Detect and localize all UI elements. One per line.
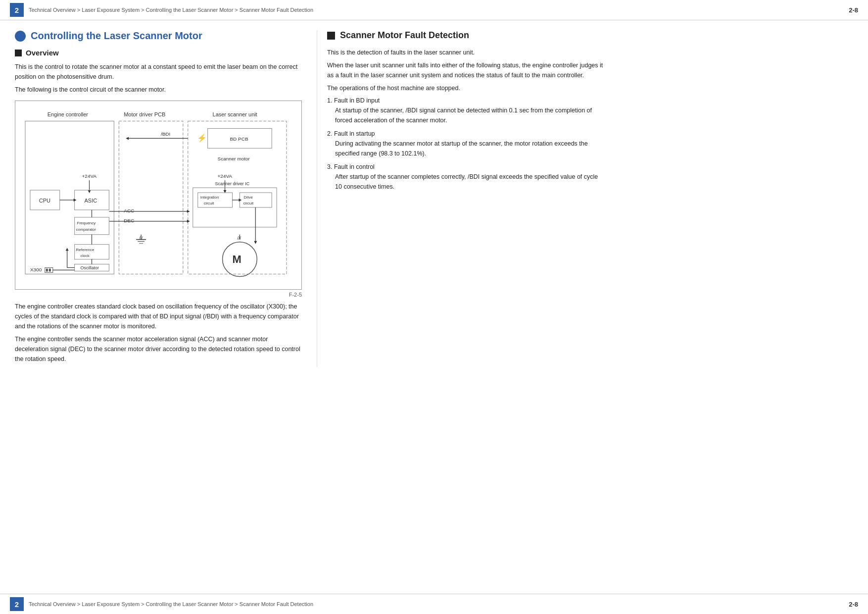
body-text2: The engine controller sends the scanner … <box>15 334 302 364</box>
svg-text:comparator: comparator <box>76 227 96 232</box>
svg-text:+24VA: +24VA <box>82 173 97 179</box>
right-square-icon <box>327 32 335 40</box>
overview-text1: This is the control to rotate the scanne… <box>15 62 302 82</box>
svg-marker-59 <box>239 199 241 202</box>
overview-text2: The following is the control circuit of … <box>15 85 302 95</box>
svg-marker-24 <box>74 199 77 202</box>
svg-text:X300: X300 <box>30 267 42 272</box>
overview-title: Overview <box>15 49 302 57</box>
svg-marker-70 <box>254 241 257 244</box>
svg-marker-49 <box>66 248 69 251</box>
svg-text:Engine controller: Engine controller <box>48 111 89 117</box>
footer-chapter-number: 2 <box>10 597 24 611</box>
svg-text:Scanner motor: Scanner motor <box>218 156 250 161</box>
fault-item: 2. Fault in startupDuring activating the… <box>327 130 604 158</box>
fault-desc: After startup of the scanner completes c… <box>327 172 604 192</box>
svg-text:M: M <box>232 253 241 265</box>
footer-page-number: 2-8 <box>849 601 858 608</box>
svg-marker-8 <box>126 137 129 140</box>
right-column: Scanner Motor Fault Detection This is th… <box>317 30 604 367</box>
right-intro2: When the laser unit scanner unit falls i… <box>327 60 604 80</box>
circuit-diagram: Engine controller Motor driver PCB Laser… <box>20 106 296 284</box>
fault-list: 1. Fault in BD inputAt startup of the sc… <box>327 97 604 192</box>
diagram-container: Engine controller Motor driver PCB Laser… <box>15 101 302 290</box>
right-intro1: This is the detection of faults in the l… <box>327 48 604 57</box>
svg-text:/BDI: /BDI <box>161 131 170 137</box>
main-content: Controlling the Laser Scanner Motor Over… <box>0 20 868 377</box>
body-text1: The engine controller creates standard c… <box>15 302 302 331</box>
fault-desc: At startup of the scanner, /BDI signal c… <box>327 105 604 125</box>
svg-rect-45 <box>49 268 51 271</box>
svg-text:Oscillator: Oscillator <box>81 265 99 270</box>
left-column: Controlling the Laser Scanner Motor Over… <box>15 30 302 367</box>
chapter-number: 2 <box>10 3 24 17</box>
diagram: Engine controller Motor driver PCB Laser… <box>20 106 296 284</box>
svg-text:Integration: Integration <box>200 195 219 200</box>
svg-marker-15 <box>88 190 91 193</box>
svg-text:clock: clock <box>81 254 90 258</box>
svg-text:CPU: CPU <box>39 198 50 204</box>
svg-text:Motor driver PCB: Motor driver PCB <box>124 111 165 117</box>
svg-rect-31 <box>75 217 109 235</box>
svg-text:ASIC: ASIC <box>85 198 97 204</box>
svg-rect-44 <box>46 268 48 271</box>
fault-desc: During activating the scanner motor at s… <box>327 139 604 158</box>
page-header: 2 Technical Overview > Laser Exposure Sy… <box>0 0 868 20</box>
square-icon <box>15 50 22 56</box>
svg-text:Reference: Reference <box>76 248 95 252</box>
svg-text:⚡: ⚡ <box>197 133 207 143</box>
right-section-title: Scanner Motor Fault Detection <box>327 30 604 41</box>
page-number-top: 2-8 <box>849 6 858 14</box>
svg-text:DEC: DEC <box>124 218 134 223</box>
fault-title: 1. Fault in BD input <box>327 97 604 104</box>
fault-item: 3. Fault in controlAfter startup of the … <box>327 163 604 192</box>
svg-text:///: /// <box>237 236 241 241</box>
svg-text:Laser scanner unit: Laser scanner unit <box>213 111 257 117</box>
svg-rect-2 <box>119 121 183 274</box>
svg-text:circuit: circuit <box>243 201 254 205</box>
page-footer: 2 Technical Overview > Laser Exposure Sy… <box>0 594 868 614</box>
svg-text:Frequency: Frequency <box>77 221 96 225</box>
fault-title: 3. Fault in control <box>327 163 604 170</box>
svg-marker-27 <box>187 210 190 213</box>
fault-title: 2. Fault in startup <box>327 130 604 137</box>
svg-text:ACC: ACC <box>124 208 134 213</box>
circle-icon <box>15 31 26 42</box>
diagram-caption: F-2-5 <box>15 292 302 298</box>
svg-marker-30 <box>187 220 190 223</box>
breadcrumb: Technical Overview > Laser Exposure Syst… <box>29 7 313 13</box>
svg-text:+24VA: +24VA <box>218 173 233 179</box>
svg-rect-0 <box>25 121 114 274</box>
svg-text:BD PCB: BD PCB <box>230 136 248 142</box>
footer-breadcrumb: Technical Overview > Laser Exposure Syst… <box>29 601 313 607</box>
fault-item: 1. Fault in BD inputAt startup of the sc… <box>327 97 604 125</box>
right-intro3: The operations of the host machine are s… <box>327 83 604 93</box>
svg-text:Drive: Drive <box>243 195 253 200</box>
svg-text:circuit: circuit <box>204 201 215 205</box>
svg-text:///: /// <box>139 236 143 241</box>
svg-text:Scanner driver IC: Scanner driver IC <box>215 181 250 186</box>
main-section-title: Controlling the Laser Scanner Motor <box>15 30 302 42</box>
